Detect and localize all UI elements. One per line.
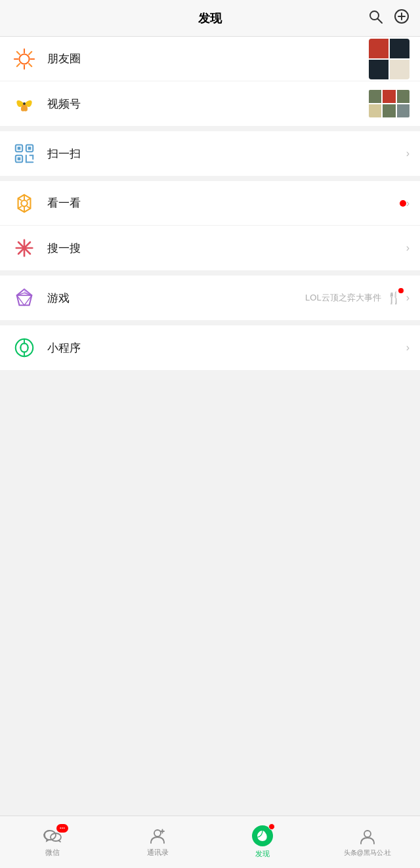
discover-tab-label: 发现	[255, 849, 270, 859]
me-icon-wrap	[358, 827, 377, 846]
search-label: 搜一搜	[47, 241, 406, 256]
header: 发现	[0, 0, 420, 37]
wechat-tab-label: 微信	[45, 848, 60, 858]
miniapps-right: ›	[406, 342, 410, 354]
search-icon[interactable]	[368, 9, 383, 28]
discover-leaf-icon	[256, 829, 269, 842]
tab-discover[interactable]: 发现	[210, 816, 315, 868]
svg-point-51	[364, 831, 371, 837]
miniapp-icon-wrap	[10, 334, 38, 362]
scan-label: 扫一扫	[47, 146, 406, 161]
svg-line-11	[29, 64, 32, 66]
channels-icon-wrap	[10, 90, 38, 117]
svg-rect-18	[28, 147, 32, 150]
search-icon-wrap	[10, 234, 38, 262]
discover-icon-wrap	[252, 825, 273, 846]
svg-point-45	[44, 831, 56, 840]
games-right: LOL云顶之弈大事件 🍴 ›	[305, 291, 410, 305]
channels-label: 视频号	[47, 96, 369, 112]
contacts-tab-label: 通讯录	[147, 848, 169, 858]
menu-item-games[interactable]: 游戏 LOL云顶之弈大事件 🍴 ›	[0, 276, 420, 320]
search-chevron: ›	[406, 242, 410, 254]
menu-item-miniapps[interactable]: 小程序 ›	[0, 325, 420, 370]
page-title: 发现	[198, 10, 222, 26]
channels-thumbnail	[369, 90, 410, 117]
contacts-icon-wrap	[148, 827, 167, 845]
game-fork-icon: 🍴	[387, 291, 401, 305]
game-icon	[13, 287, 35, 309]
moments-icon-wrap	[10, 45, 38, 73]
svg-point-5	[19, 54, 29, 64]
channels-thumb-container	[369, 90, 410, 117]
channels-icon	[13, 93, 35, 115]
svg-line-10	[17, 51, 20, 54]
look-right: ›	[406, 197, 410, 209]
wechat-badge: ···	[56, 824, 68, 833]
scan-icon-wrap	[10, 140, 38, 167]
empty-area	[0, 375, 420, 816]
menu-item-search[interactable]: 搜一搜 ›	[0, 226, 420, 270]
svg-line-12	[29, 51, 32, 54]
add-icon[interactable]	[394, 9, 410, 28]
svg-point-26	[21, 200, 27, 206]
contacts-tab-icon	[148, 827, 167, 845]
games-hint: LOL云顶之弈大事件	[305, 292, 381, 304]
menu-item-channels[interactable]: 视频号	[0, 81, 420, 126]
section-miniapps: 小程序 ›	[0, 325, 420, 370]
me-tab-icon	[358, 827, 377, 846]
menu-item-look[interactable]: 看一看 ›	[0, 181, 420, 226]
tab-me[interactable]: 头条@黑马公.社	[315, 816, 420, 868]
moments-label: 朋友圈	[47, 51, 369, 66]
search-snowflake-icon	[13, 237, 35, 259]
look-icon-wrap	[10, 190, 38, 217]
games-chevron: ›	[406, 292, 410, 304]
moments-icon	[13, 48, 35, 70]
section-scan: 扫一扫 ›	[0, 131, 420, 176]
look-icon	[13, 192, 35, 215]
section-look-search: 看一看 › 搜一搜 ›	[0, 181, 420, 270]
svg-line-13	[17, 64, 20, 66]
scan-chevron: ›	[406, 148, 410, 159]
section-games: 游戏 LOL云顶之弈大事件 🍴 ›	[0, 276, 420, 320]
game-icon-wrap	[10, 284, 38, 312]
svg-rect-20	[18, 157, 21, 161]
moments-thumb-container	[369, 39, 410, 79]
look-chevron: ›	[406, 197, 410, 209]
section-moments-channels: 朋友圈 视频号	[0, 37, 420, 126]
scan-icon	[13, 142, 35, 165]
scan-right: ›	[406, 148, 410, 159]
menu-item-moments[interactable]: 朋友圈	[0, 37, 420, 81]
look-label: 看一看	[47, 196, 396, 211]
wechat-icon-wrap: ···	[43, 827, 62, 845]
svg-line-47	[58, 840, 60, 842]
tab-contacts[interactable]: 通讯录	[105, 816, 210, 868]
look-red-dot	[400, 200, 406, 207]
svg-line-1	[378, 18, 383, 23]
menu-item-scan[interactable]: 扫一扫 ›	[0, 131, 420, 176]
svg-point-48	[154, 830, 161, 837]
miniapps-chevron: ›	[406, 342, 410, 354]
svg-rect-16	[18, 147, 21, 150]
miniapp-icon	[13, 337, 35, 359]
header-actions	[368, 9, 410, 28]
tab-wechat[interactable]: ··· 微信	[0, 816, 105, 868]
moments-thumbnail	[369, 39, 410, 79]
games-label: 游戏	[47, 291, 305, 306]
tab-bar: ··· 微信 通讯录 发现	[0, 816, 420, 868]
svg-point-37	[22, 246, 27, 251]
search-right: ›	[406, 242, 410, 254]
me-tab-label: 头条@黑马公.社	[344, 848, 392, 858]
miniapps-label: 小程序	[47, 341, 406, 356]
discover-badge	[268, 823, 275, 830]
svg-point-14	[23, 102, 26, 105]
